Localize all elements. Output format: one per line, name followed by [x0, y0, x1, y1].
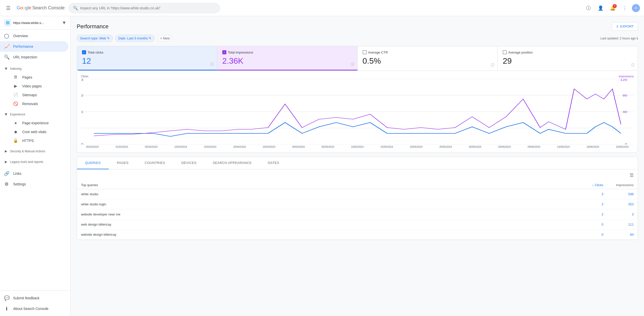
metric-impressions-header: ✓ Total impressions	[222, 50, 352, 54]
filter-search-type[interactable]: Search type: Web ✎	[77, 35, 113, 42]
tab-devices[interactable]: DEVICES	[173, 157, 205, 169]
metric-impressions-checkbox[interactable]: ✓	[222, 50, 226, 54]
svg-text:120: 120	[620, 79, 627, 81]
tab-queries[interactable]: QUERIES	[77, 157, 109, 169]
metric-ctr-label: Average CTR	[368, 51, 388, 54]
notifications-button[interactable]: 🔔 7	[608, 3, 618, 13]
x-label-0: 26/03/2024	[86, 145, 99, 148]
top-bar: ☰ Google Search Console 🔍 ⓘ 👤 🔔 7 ⋮ A	[0, 0, 644, 16]
x-label-7: 30/04/2024	[292, 145, 305, 148]
search-bar[interactable]: 🔍	[69, 3, 220, 13]
page-title: Performance	[77, 23, 612, 30]
security-collapse-icon: ►	[4, 149, 8, 154]
metric-avg-position[interactable]: Average position 29 ⓘ	[498, 46, 638, 70]
sidebar-item-removals[interactable]: 🚫 Removals	[0, 99, 68, 108]
performance-icon: 📈	[4, 44, 9, 49]
help-button[interactable]: ⓘ	[583, 3, 594, 13]
top-bar-actions: ⓘ 👤 🔔 7 ⋮ A	[583, 3, 640, 13]
table-row[interactable]: website developer near me 2 3	[77, 209, 638, 220]
filter-date[interactable]: Date: Last 3 months ✎	[115, 35, 155, 42]
svg-text:40: 40	[623, 111, 627, 114]
svg-text:3: 3	[81, 79, 84, 81]
sidebar-item-url-inspection[interactable]: 🔍 URL Inspection	[0, 52, 68, 62]
experience-section-header[interactable]: ▼ Experience	[0, 110, 70, 119]
search-input[interactable]	[80, 6, 216, 10]
security-section-header[interactable]: ► Security & Manual Actions	[0, 147, 70, 156]
sidebar-item-video-pages[interactable]: ▶ Video pages	[0, 82, 68, 90]
property-icon: 🌐	[4, 19, 11, 26]
metric-ctr-info-icon[interactable]: ⓘ	[491, 63, 494, 67]
filter-search-type-label: Search type: Web	[80, 36, 106, 40]
sidebar-item-submit-feedback[interactable]: 💬 Submit feedback	[0, 293, 68, 303]
sidebar-item-links[interactable]: 🔗 Links	[0, 168, 68, 179]
sidebar-item-sitemaps[interactable]: 📄 Sitemaps	[0, 90, 68, 99]
sidebar-item-settings[interactable]: ⚙ Settings	[0, 179, 68, 189]
menu-icon[interactable]: ☰	[4, 3, 13, 13]
url-inspection-icon: 🔍	[4, 54, 9, 60]
https-icon: 🔒	[13, 138, 18, 143]
sidebar-item-performance[interactable]: 📈 Performance	[0, 41, 68, 52]
metric-position-value: 29	[503, 56, 633, 66]
links-icon: 🔗	[4, 171, 9, 176]
add-filter-label: New	[163, 36, 170, 40]
metric-total-clicks[interactable]: ✓ Total clicks 12 ⓘ	[77, 46, 217, 70]
chart-area: Clicks Impressions 3 2 1 0 12	[77, 71, 638, 153]
metric-clicks-info-icon[interactable]: ⓘ	[210, 62, 214, 67]
metric-clicks-value: 12	[82, 56, 212, 66]
table-row[interactable]: white studio 3 598	[77, 189, 638, 199]
url-inspection-label: URL Inspection	[13, 55, 37, 59]
impressions-cell: 3	[603, 212, 634, 216]
metric-total-impressions[interactable]: ✓ Total impressions 2.36K ⓘ	[217, 46, 358, 70]
metric-position-checkbox[interactable]	[503, 50, 507, 54]
tab-search-appearance[interactable]: SEARCH APPEARANCE	[205, 157, 260, 169]
legacy-section-header[interactable]: ► Legacy tools and reports	[0, 158, 70, 166]
metric-avg-ctr[interactable]: Average CTR 0.5% ⓘ	[358, 46, 498, 70]
sidebar-item-pages[interactable]: 🖹 Pages	[0, 73, 68, 82]
nav-section-security: ► Security & Manual Actions	[0, 146, 70, 157]
sidebar-item-https[interactable]: 🔒 HTTPS	[0, 136, 68, 145]
table-row[interactable]: white studio login 2 353	[77, 199, 638, 209]
filter-date-label: Date: Last 3 months	[118, 36, 148, 40]
svg-text:0: 0	[81, 143, 84, 144]
metric-clicks-checkbox[interactable]: ✓	[82, 50, 86, 54]
x-label-18: 24/06/2024	[616, 145, 629, 148]
metrics-row: ✓ Total clicks 12 ⓘ ✓ Total impressions …	[77, 46, 638, 71]
sort-down-icon: ↓	[592, 183, 594, 187]
info-icon: ℹ	[637, 37, 638, 40]
sidebar-item-core-web-vitals[interactable]: ◆ Core web vitals	[0, 127, 68, 136]
query-cell: white studio	[81, 192, 573, 196]
apps-button[interactable]: ⋮	[620, 3, 630, 13]
export-button[interactable]: ⇓ EXPORT	[612, 22, 638, 31]
sidebar-item-overview[interactable]: ◯ Overview	[0, 31, 68, 41]
tab-dates[interactable]: DATES	[260, 157, 287, 169]
query-cell: website design billericay	[81, 233, 573, 236]
about-label: About Search Console	[13, 307, 48, 311]
avatar[interactable]: A	[632, 4, 640, 12]
last-updated: Last updated: 2 hours ago ℹ	[601, 37, 638, 40]
legacy-collapse-icon: ►	[4, 160, 8, 164]
sidebar-item-page-experience[interactable]: ● Page experience	[0, 119, 68, 127]
tab-countries[interactable]: COUNTRIES	[137, 157, 173, 169]
table-row[interactable]: web design billericay 0 111	[77, 220, 638, 230]
table-filter-icon[interactable]: ☰	[630, 173, 634, 178]
metric-ctr-checkbox[interactable]	[363, 50, 367, 54]
add-filter-button[interactable]: + New	[157, 35, 173, 42]
metric-impressions-info-icon[interactable]: ⓘ	[351, 62, 354, 67]
impressions-line	[94, 89, 621, 136]
core-web-vitals-icon: ◆	[13, 129, 18, 134]
legacy-label: Legacy tools and reports	[10, 160, 43, 164]
tab-pages[interactable]: PAGES	[109, 157, 137, 169]
impressions-cell: 111	[603, 223, 634, 226]
metric-position-info-icon[interactable]: ⓘ	[631, 63, 635, 67]
filters-bar: Search type: Web ✎ Date: Last 3 months ✎…	[77, 35, 638, 42]
chart-svg: 3 2 1 0 120 80 40 0	[81, 79, 634, 144]
export-icon: ⇓	[616, 25, 619, 28]
sidebar-item-about[interactable]: ℹ About Search Console	[0, 303, 68, 314]
removals-label: Removals	[22, 102, 38, 106]
nav-section-links: 🔗 Links ⚙ Settings	[0, 167, 70, 190]
table-row[interactable]: website design billericay 0 84	[77, 230, 638, 240]
accounts-button[interactable]: 👤	[596, 3, 606, 13]
chart-impressions-label: Impressions	[619, 75, 634, 78]
property-selector[interactable]: 🌐 https://www.white-s... ▼	[0, 16, 70, 30]
indexing-section-header[interactable]: ▼ Indexing	[0, 64, 70, 73]
